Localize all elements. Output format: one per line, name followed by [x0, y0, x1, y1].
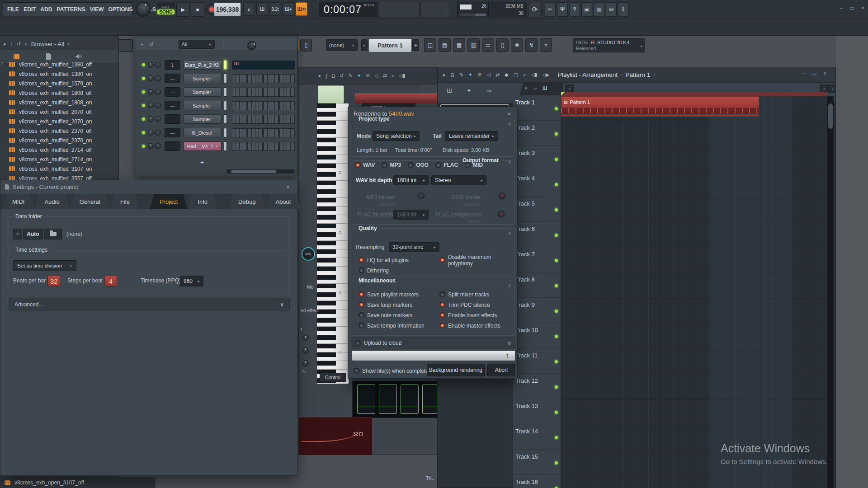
settings-tab[interactable]: Audio — [34, 194, 69, 209]
channel-selector-light[interactable] — [224, 74, 227, 83]
settings-tab[interactable]: General — [70, 194, 110, 209]
collapse-icon[interactable]: ∧ — [508, 283, 511, 289]
pattern-menu-button[interactable]: ▸ — [361, 39, 368, 51]
feedback-icon[interactable]: ✉ — [606, 2, 617, 17]
collapse-icon[interactable]: ▸ — [142, 42, 144, 47]
upload-to-cloud-row[interactable]: Upload to cloud ∨ — [352, 338, 514, 348]
channel-selector-light[interactable] — [224, 128, 227, 137]
search-icon[interactable]: ⌕ — [24, 41, 28, 47]
browser-file-item[interactable]: v8cross_exh_muffled_1579_on — [0, 79, 118, 88]
track-row[interactable]: Track 4 — [513, 171, 561, 197]
help-icon[interactable]: ? — [569, 2, 580, 17]
tail-selector[interactable]: Leave remainder▸ — [445, 131, 498, 141]
channel-name-button[interactable]: I6_Diesel — [184, 128, 222, 137]
menu-item[interactable]: VIEW — [90, 6, 104, 13]
piano-keyboard[interactable]: C C C C — [317, 103, 349, 384]
up-icon[interactable]: ↑ — [10, 41, 13, 47]
volume-knob[interactable] — [155, 116, 161, 122]
playhead-marker[interactable] — [561, 92, 565, 96]
quality-option[interactable]: HQ for all plugins — [359, 255, 409, 265]
track-row[interactable]: Track 5 — [513, 197, 561, 222]
wait-input-icon[interactable]: Ш — [256, 2, 268, 16]
recenter-button[interactable]: ⟳ — [528, 2, 542, 17]
background-rendering-button[interactable]: Background rendering — [427, 364, 485, 376]
undo-icon[interactable]: ↺ — [149, 41, 154, 47]
channel-enable-led[interactable] — [142, 77, 145, 80]
mini-knob[interactable] — [302, 347, 309, 354]
channel-enable-led[interactable] — [142, 131, 145, 134]
pattern-clip[interactable]: ▤Pattern 1 — [561, 96, 759, 117]
cut-icon[interactable]: ✂ — [545, 2, 556, 17]
play-arrow-icon[interactable]: ▸ — [443, 72, 446, 78]
track-row[interactable]: Track 2 — [513, 121, 561, 146]
track-led[interactable] — [555, 284, 558, 287]
track-led[interactable] — [555, 310, 558, 313]
browser-file-item[interactable]: v8cross_exh_muffled_2070_on — [0, 117, 118, 126]
channel-rack-icon[interactable]: ▦ — [453, 38, 465, 52]
close-button[interactable]: × — [859, 5, 867, 12]
track-row[interactable]: Track 13 — [513, 399, 561, 424]
misc-option[interactable]: Save playlist markers — [359, 289, 425, 300]
pattern-selector[interactable]: Pattern 1 — [369, 39, 411, 52]
track-led[interactable] — [555, 158, 558, 161]
track-row[interactable]: Track 15 — [513, 450, 561, 475]
piano-roll-top-key[interactable] — [318, 85, 344, 103]
channel-selector-light[interactable] — [224, 60, 227, 70]
step-sequencer-strip[interactable] — [232, 74, 295, 83]
browser-file-item[interactable]: v8cross_exh_muffled_1380_on — [0, 69, 118, 79]
track-row[interactable]: Track 11 — [513, 348, 561, 374]
playback-tool-icon[interactable]: ◁▮ — [531, 72, 538, 78]
channel-selector-light[interactable] — [224, 101, 227, 110]
more-dots-icon[interactable]: ⋮ — [221, 41, 226, 47]
browser-icon[interactable]: ▭ — [482, 38, 494, 52]
collapse-icon[interactable]: ∧ — [508, 159, 511, 165]
channel-name-button[interactable]: Euro_P..e_2 #2 — [184, 60, 222, 70]
shop-icon[interactable]: ▿ — [540, 38, 552, 52]
playback-icon[interactable]: ◁▮ — [399, 73, 406, 79]
set-time-division-button[interactable]: Set as time division▸ — [13, 260, 76, 271]
track-row[interactable]: Track 12 — [513, 374, 561, 399]
mute-tool-icon[interactable]: ◁ — [374, 73, 378, 79]
format-option[interactable]: MID — [465, 162, 483, 168]
browser-file-item[interactable]: v8cross_exh_muffled_2370_off — [0, 126, 118, 136]
channel-name-button[interactable]: Harl.._V4_1✦ — [184, 141, 222, 151]
pan-knob[interactable] — [148, 89, 154, 95]
show-files-option[interactable]: Show file(s) when complete — [354, 366, 429, 376]
tools-icon[interactable]: ✱ — [511, 38, 523, 52]
plugin-picker-icon[interactable]: ▯ — [496, 38, 509, 52]
length-counter[interactable]: 32 — [353, 432, 363, 436]
browser-file-item[interactable]: v8cross_exh_muffled_2070_off — [0, 107, 118, 117]
channel-target-box[interactable]: --- — [165, 114, 180, 124]
control-tab[interactable]: Control — [320, 373, 346, 382]
volume-knob[interactable] — [155, 143, 161, 149]
minimize-button[interactable]: − — [799, 70, 807, 77]
breadcrumb-pattern[interactable]: Pattern 1 — [625, 71, 650, 78]
step-sequencer-strip[interactable] — [232, 88, 295, 97]
misc-option[interactable]: Save tempo information — [359, 320, 425, 331]
misc-option[interactable]: Save loop markers — [359, 300, 425, 310]
channel-name-button[interactable]: Sampler — [184, 74, 222, 83]
playlist-vscrollbar[interactable] — [827, 96, 834, 488]
misc-option[interactable]: Enable master effects — [439, 320, 500, 331]
track-row[interactable]: Track 3 — [513, 146, 561, 171]
step-sequencer-strip[interactable] — [232, 61, 295, 70]
step-sequencer-strip[interactable] — [232, 115, 295, 124]
beats-per-bar-value[interactable]: 32 — [47, 276, 60, 286]
channel-name-button[interactable]: Sampler — [184, 114, 222, 124]
track-row[interactable]: Track 16 — [513, 475, 561, 488]
track-led[interactable] — [555, 183, 558, 186]
track-led[interactable] — [555, 234, 558, 237]
channel-name-button[interactable]: Sampler — [184, 101, 222, 110]
metronome-icon[interactable]: ◭ — [243, 2, 255, 16]
main-volume-knob[interactable] — [136, 2, 151, 17]
collapse-icon[interactable]: ▸ — [4, 41, 6, 47]
track-row[interactable]: Track 10 — [513, 323, 561, 348]
resampling-selector[interactable]: 32-point sinc▸ — [389, 242, 439, 252]
timebase-value[interactable]: 960▸ — [180, 276, 203, 286]
channel-target-box[interactable]: --- — [165, 141, 180, 151]
browser-title[interactable]: Browser - All — [31, 41, 64, 47]
export-icon[interactable]: ⇩ — [618, 2, 629, 17]
channel-name-button[interactable]: Sampler — [184, 87, 222, 97]
draw-icon[interactable]: ✎ — [348, 73, 352, 79]
audio-view-icon[interactable]: ✦ — [467, 87, 472, 94]
